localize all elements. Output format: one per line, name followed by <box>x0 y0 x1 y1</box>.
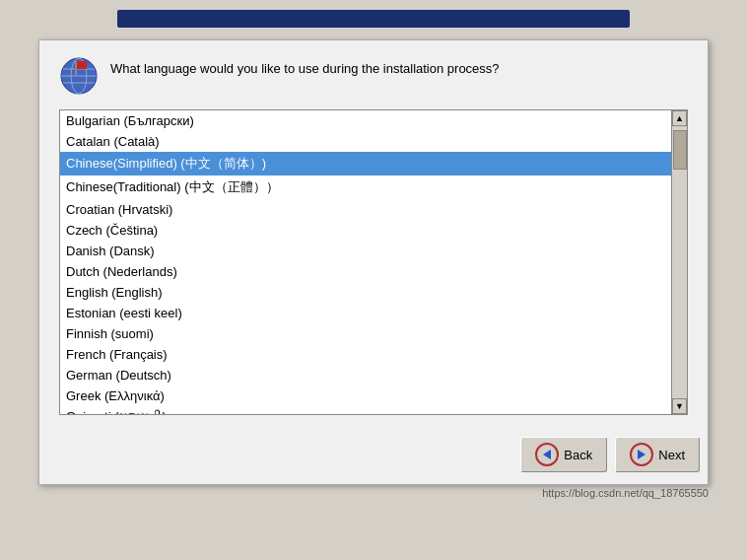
button-row: Back Next <box>39 427 708 484</box>
back-arrow-icon <box>535 443 559 466</box>
language-list-item[interactable]: Chinese(Simplified) (中文（简体）) <box>60 152 671 175</box>
top-bar <box>117 10 630 28</box>
language-list-item[interactable]: Chinese(Traditional) (中文（正體）） <box>60 175 671 199</box>
list-container: Bulgarian (Български)Catalan (Català)Chi… <box>59 109 688 415</box>
header-row: What language would you like to use duri… <box>59 56 688 96</box>
scrollbar-track <box>673 126 687 398</box>
scrollbar-up-button[interactable]: ▲ <box>672 110 687 126</box>
language-list-item[interactable]: Greek (Ελληνικά) <box>60 385 671 406</box>
language-list-item[interactable]: Czech (Čeština) <box>60 220 671 241</box>
watermark: https://blog.csdn.net/qq_18765550 <box>542 487 709 499</box>
language-list-item[interactable]: French (Français) <box>60 344 671 365</box>
scrollbar-down-button[interactable]: ▼ <box>672 398 687 414</box>
language-list-item[interactable]: Bulgarian (Български) <box>60 110 671 131</box>
language-list-item[interactable]: Dutch (Nederlands) <box>60 261 671 282</box>
scrollbar[interactable]: ▲ ▼ <box>671 110 687 414</box>
language-list-item[interactable]: Gujarati (ગુજરાતી) <box>60 406 671 414</box>
language-list-item[interactable]: Croatian (Hrvatski) <box>60 199 671 220</box>
svg-rect-6 <box>75 61 77 75</box>
language-list-item[interactable]: Finnish (suomi) <box>60 323 671 344</box>
next-button[interactable]: Next <box>615 437 700 472</box>
language-list-item[interactable]: German (Deutsch) <box>60 365 671 385</box>
next-arrow-icon <box>630 443 653 466</box>
back-label: Back <box>564 448 592 462</box>
language-list-item[interactable]: Danish (Dansk) <box>60 241 671 261</box>
dialog: What language would you like to use duri… <box>38 39 709 485</box>
question-text: What language would you like to use duri… <box>110 56 500 78</box>
language-list-item[interactable]: Estonian (eesti keel) <box>60 303 671 323</box>
scrollbar-thumb[interactable] <box>673 130 687 170</box>
back-button[interactable]: Back <box>520 437 607 472</box>
language-list-item[interactable]: English (English) <box>60 282 671 303</box>
language-list[interactable]: Bulgarian (Български)Catalan (Català)Chi… <box>60 110 671 414</box>
language-list-item[interactable]: Catalan (Català) <box>60 131 671 152</box>
next-label: Next <box>658 448 685 462</box>
globe-icon <box>59 56 99 96</box>
dialog-content: What language would you like to use duri… <box>39 40 708 427</box>
